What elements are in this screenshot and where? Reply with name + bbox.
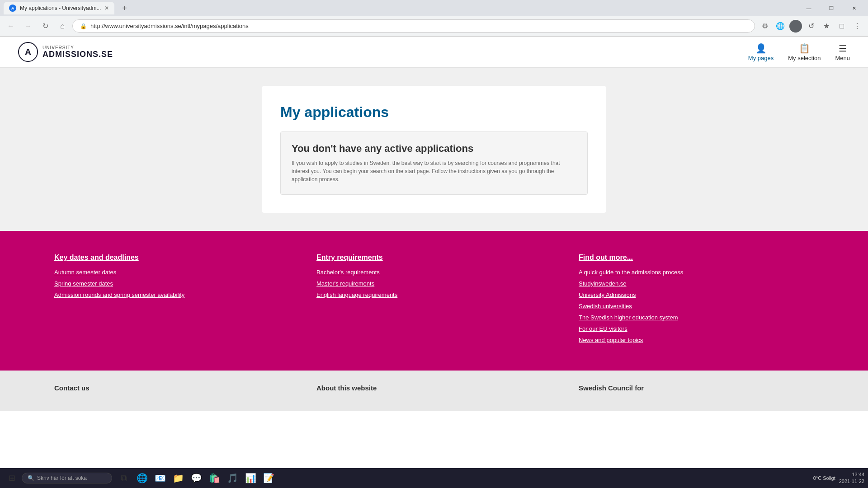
taskbar-teams[interactable]: 💬 — [188, 470, 204, 486]
tab-close-button[interactable]: ✕ — [104, 5, 109, 11]
tab-favicon: A — [9, 5, 16, 12]
site-nav: 👤 My pages 📋 My selection ☰ Menu — [748, 43, 850, 61]
back-button[interactable]: ← — [4, 19, 18, 33]
window-controls: — ❐ ✕ — [798, 0, 864, 16]
reload-button[interactable]: ↻ — [38, 19, 52, 33]
footer-link-autumn[interactable]: Autumn semester dates — [54, 269, 289, 276]
extensions-button[interactable]: □ — [835, 19, 849, 33]
taskbar-word[interactable]: 📝 — [260, 470, 277, 486]
taskbar-excel[interactable]: 📊 — [242, 470, 259, 486]
taskbar-task-view[interactable]: ⧉ — [116, 470, 132, 486]
lock-icon: 🔒 — [80, 23, 87, 29]
footer-link-english[interactable]: English language requirements — [316, 291, 552, 298]
empty-title: You don't have any active applications — [292, 143, 576, 155]
start-button[interactable]: ⊞ — [4, 470, 20, 486]
footer-bottom-columns: Contact us About this website Swedish Co… — [54, 384, 814, 397]
taskbar: ⊞ 🔍 Skriv här för att söka ⧉ 🌐 📧 📁 💬 🛍️ … — [0, 468, 868, 488]
address-bar[interactable]: 🔒 http://www.universityadmissions.se/int… — [72, 19, 755, 33]
footer-link-eu-visitors[interactable]: For our EU visitors — [579, 325, 814, 332]
menu-label: Menu — [835, 55, 850, 61]
toolbar-icons: ⚙ 🌐 ↺ ★ □ ⋮ — [758, 19, 864, 33]
site-header: A UNIVERSITY ADMISSIONS.SE 👤 My pages 📋 … — [0, 37, 868, 68]
minimize-button[interactable]: — — [798, 0, 819, 16]
avatar — [789, 20, 802, 33]
footer-link-swedish-universities[interactable]: Swedish universities — [579, 303, 814, 310]
clock: 13:44 2021-11-22 — [839, 471, 864, 485]
footer-link-news[interactable]: News and popular topics — [579, 337, 814, 343]
main-card: My applications You don't have any activ… — [262, 86, 606, 213]
footer-link-master[interactable]: Master's requirements — [316, 280, 552, 287]
browser-titlebar: A My applications - Universityadm... ✕ +… — [0, 0, 868, 16]
taskbar-store[interactable]: 🛍️ — [206, 470, 222, 486]
system-tray: 0°C Soligt — [813, 475, 835, 481]
more-menu-button[interactable]: ⋮ — [850, 19, 864, 33]
footer-col2-title: Entry requirements — [316, 253, 552, 262]
footer-col3-title: Find out more... — [579, 253, 814, 262]
site-main: My applications You don't have any activ… — [0, 68, 868, 231]
taskbar-explorer[interactable]: 📁 — [170, 470, 186, 486]
close-button[interactable]: ✕ — [844, 0, 864, 16]
empty-applications-box: You don't have any active applications I… — [280, 131, 588, 195]
logo-university: UNIVERSITY — [42, 45, 113, 50]
taskbar-outlook[interactable]: 📧 — [152, 470, 168, 486]
restore-button[interactable]: ❐ — [821, 0, 842, 16]
profile-circle[interactable] — [788, 19, 803, 33]
taskbar-right: 0°C Soligt 13:44 2021-11-22 — [813, 471, 864, 485]
footer-council-title: Swedish Council for — [579, 384, 814, 392]
footer-col1-title: Key dates and deadlines — [54, 253, 289, 262]
browser-tab[interactable]: A My applications - Universityadm... ✕ — [4, 2, 114, 14]
site-footer: Key dates and deadlines Autumn semester … — [0, 231, 868, 371]
logo-icon: A — [18, 42, 38, 62]
my-pages-nav[interactable]: 👤 My pages — [748, 43, 774, 61]
footer-col-findmore: Find out more... A quick guide to the ad… — [579, 253, 814, 348]
menu-nav[interactable]: ☰ Menu — [835, 43, 850, 61]
footer-link-studyinsweden[interactable]: Studyinsweden.se — [579, 280, 814, 287]
footer-link-guide[interactable]: A quick guide to the admissions process — [579, 269, 814, 276]
page-title: My applications — [280, 104, 588, 121]
footer-contact-title: Contact us — [54, 384, 289, 392]
refresh-icon[interactable]: ↺ — [804, 19, 818, 33]
home-button[interactable]: ⌂ — [55, 19, 70, 33]
forward-button[interactable]: → — [21, 19, 35, 33]
footer-link-admission-rounds[interactable]: Admission rounds and spring semester ava… — [54, 291, 289, 298]
clock-date: 2021-11-22 — [839, 478, 864, 485]
my-selection-label: My selection — [788, 55, 821, 61]
footer-link-bachelor[interactable]: Bachelor's requirements — [316, 269, 552, 276]
taskbar-spotify[interactable]: 🎵 — [224, 470, 241, 486]
browser-toolbar: ← → ↻ ⌂ 🔒 http://www.universityadmission… — [0, 16, 868, 36]
clock-time: 13:44 — [839, 471, 864, 478]
footer-columns: Key dates and deadlines Autumn semester … — [54, 253, 814, 348]
footer-link-spring[interactable]: Spring semester dates — [54, 280, 289, 287]
site-footer-bottom: Contact us About this website Swedish Co… — [0, 371, 868, 411]
logo-admissions: ADMISSIONS.SE — [42, 50, 113, 59]
new-tab-button[interactable]: + — [118, 2, 131, 14]
footer-link-university-admissions[interactable]: University Admissions — [579, 291, 814, 298]
taskbar-edge[interactable]: 🌐 — [134, 470, 150, 486]
search-icon: 🔍 — [28, 475, 34, 481]
tab-title: My applications - Universityadm... — [20, 5, 101, 11]
logo-text: UNIVERSITY ADMISSIONS.SE — [42, 45, 113, 59]
footer-about-col: About this website — [316, 384, 552, 397]
menu-icon: ☰ — [839, 43, 847, 54]
website: A UNIVERSITY ADMISSIONS.SE 👤 My pages 📋 … — [0, 37, 868, 488]
my-pages-icon: 👤 — [755, 43, 767, 54]
my-pages-label: My pages — [748, 55, 774, 61]
browser-chrome: A My applications - Universityadm... ✕ +… — [0, 0, 868, 37]
empty-description: If you wish to apply to studies in Swede… — [292, 159, 576, 183]
footer-council-col: Swedish Council for — [579, 384, 814, 397]
weather-label: 0°C Soligt — [813, 475, 835, 481]
my-selection-icon: 📋 — [799, 43, 810, 54]
taskbar-search[interactable]: 🔍 Skriv här för att söka — [22, 473, 112, 483]
footer-about-title: About this website — [316, 384, 552, 392]
url-text: http://www.universityadmissions.se/intl/… — [90, 23, 249, 29]
footer-col-entry: Entry requirements Bachelor's requiremen… — [316, 253, 552, 348]
my-selection-nav[interactable]: 📋 My selection — [788, 43, 821, 61]
bookmark-icon[interactable]: ★ — [819, 19, 834, 33]
taskbar-apps: ⧉ 🌐 📧 📁 💬 🛍️ 🎵 📊 📝 — [116, 470, 277, 486]
logo-area[interactable]: A UNIVERSITY ADMISSIONS.SE — [18, 42, 113, 62]
translate-icon[interactable]: 🌐 — [773, 19, 788, 33]
taskbar-search-text: Skriv här för att söka — [37, 475, 87, 481]
extensions-icon[interactable]: ⚙ — [758, 19, 772, 33]
footer-link-higher-education[interactable]: The Swedish higher education system — [579, 314, 814, 321]
footer-contact-col: Contact us — [54, 384, 289, 397]
